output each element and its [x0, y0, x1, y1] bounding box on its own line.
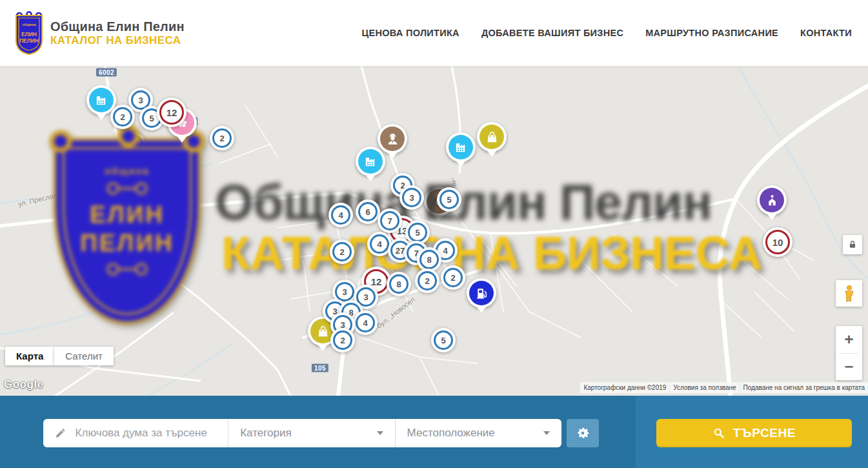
svg-text:ПЕЛИН: ПЕЛИН — [19, 37, 39, 44]
site-logo[interactable]: община ЕЛИН ПЕЛИН Община Елин Пелин КАТА… — [14, 10, 185, 56]
google-logo[interactable]: Google — [4, 378, 44, 391]
attribution-text: Картографски данни ©2019 — [580, 382, 669, 393]
zoom-control: + − — [836, 326, 862, 380]
keyword-search-input[interactable] — [74, 426, 217, 440]
street-view-pegman-button[interactable] — [836, 280, 862, 307]
municipality-crest-icon: община ЕЛИН ПЕЛИН — [14, 10, 44, 56]
map-type-satellite-button[interactable]: Сателит — [54, 347, 114, 365]
gear-icon — [575, 425, 590, 441]
map-attribution: Картографски данни ©2019Условия за ползв… — [580, 382, 868, 393]
chevron-down-icon — [377, 431, 383, 435]
search-icon — [712, 427, 725, 440]
nav-item[interactable]: ЦЕНОВА ПОЛИТИКА — [362, 28, 459, 38]
chevron-down-icon — [543, 431, 550, 435]
map-type-map-button[interactable]: Карта — [5, 347, 54, 365]
attribution-link[interactable]: Подаване на сигнал за грешка в картата — [740, 382, 868, 393]
search-button[interactable]: ТЪРСЕНЕ — [656, 419, 852, 447]
category-select-label: Категория — [240, 427, 291, 440]
keyword-section — [43, 419, 228, 447]
svg-text:ЕЛИН: ЕЛИН — [21, 31, 37, 37]
category-select[interactable]: Категория — [228, 419, 394, 447]
site-title: Община Елин Пелин — [50, 19, 185, 34]
map-controls-layer: Карта Сателит Google Картографски данни … — [0, 66, 868, 396]
lock-button[interactable] — [843, 235, 862, 254]
pegman-icon — [842, 284, 856, 303]
search-box: Категория Местоположение — [43, 419, 561, 447]
location-select[interactable]: Местоположение — [395, 419, 561, 447]
advanced-settings-button[interactable] — [567, 419, 599, 447]
map-type-control: Карта Сателит — [5, 347, 114, 365]
search-button-label: ТЪРСЕНЕ — [733, 426, 796, 440]
nav-item[interactable]: ДОБАВЕТЕ ВАШИЯТ БИЗНЕС — [481, 28, 623, 38]
zoom-out-button[interactable]: − — [836, 354, 862, 381]
main-nav: ЦЕНОВА ПОЛИТИКАДОБАВЕТЕ ВАШИЯТ БИЗНЕСМАР… — [362, 28, 852, 38]
zoom-in-button[interactable]: + — [836, 326, 862, 353]
site-header: община ЕЛИН ПЕЛИН Община Елин Пелин КАТА… — [0, 0, 868, 66]
site-subtitle: КАТАЛОГ НА БИЗНЕСА — [50, 34, 185, 47]
pencil-icon — [55, 427, 66, 440]
search-bar: Категория Местоположение ТЪРСЕНЕ — [0, 396, 868, 468]
attribution-link[interactable]: Условия за ползване — [670, 382, 739, 393]
location-select-label: Местоположение — [407, 427, 495, 440]
nav-item[interactable]: МАРШРУТНО РАЗПИСАНИЕ — [645, 28, 778, 38]
nav-item[interactable]: КОНТАКТИ — [800, 28, 852, 38]
lock-icon — [848, 240, 857, 249]
map[interactable]: 6002105ул. Преславбул. „Новоселци“ 2 общ… — [0, 66, 868, 396]
svg-text:община: община — [22, 23, 36, 26]
